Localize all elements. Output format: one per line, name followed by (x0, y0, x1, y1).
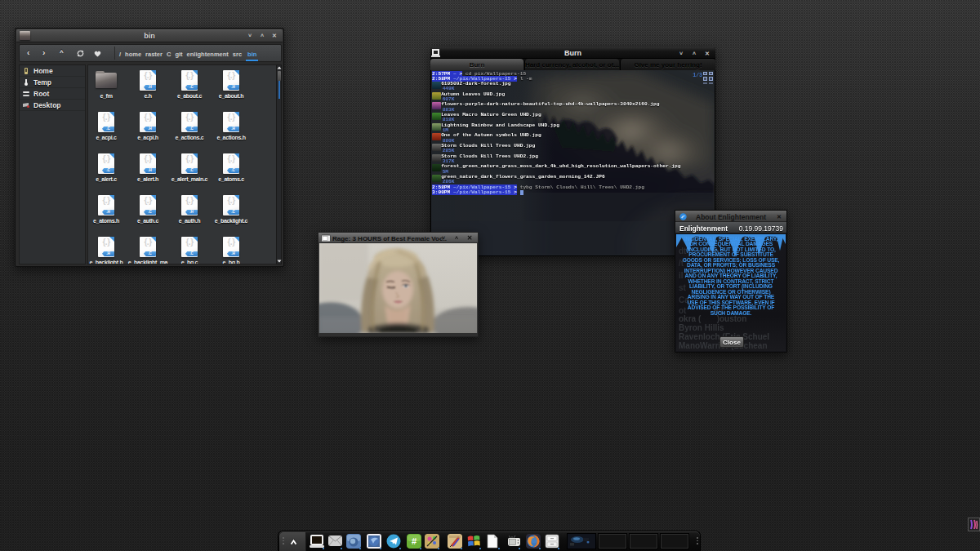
svg-text:#: # (412, 536, 416, 546)
